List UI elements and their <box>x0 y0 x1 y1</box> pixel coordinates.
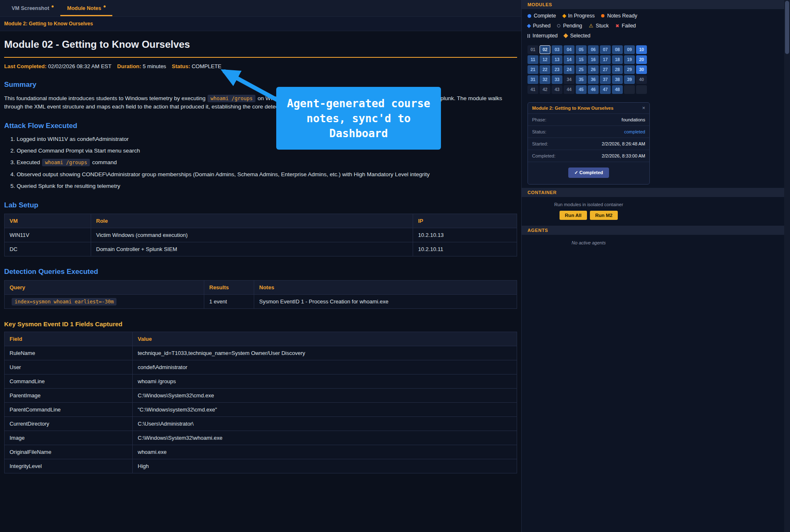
legend-selected: Selected <box>564 33 590 39</box>
legend-pending: Pending <box>557 23 582 29</box>
module-cell-24[interactable]: 24 <box>564 65 575 74</box>
container-hint: Run modules in isolated container <box>522 202 656 207</box>
module-cell-12[interactable]: 12 <box>540 55 550 64</box>
module-cell-21[interactable]: 21 <box>527 65 538 74</box>
module-cell-32[interactable]: 32 <box>540 75 550 84</box>
module-cell-34[interactable]: 34 <box>564 75 575 84</box>
module-cell-02[interactable]: 02 <box>540 45 550 54</box>
module-cell-03[interactable]: 03 <box>552 45 562 54</box>
query-code: index=sysmon whoami earliest=-30m <box>12 298 116 305</box>
column-header: Notes <box>254 281 517 295</box>
module-cell-13[interactable]: 13 <box>552 55 562 64</box>
close-icon[interactable]: × <box>642 106 645 110</box>
table-cell: Victim Windows (command execution) <box>91 228 413 242</box>
module-cell-16[interactable]: 16 <box>588 55 599 64</box>
module-cell-22[interactable]: 22 <box>540 65 550 74</box>
lab-setup-heading: Lab Setup <box>4 201 517 209</box>
module-cell-29[interactable]: 29 <box>624 65 635 74</box>
module-cell-11[interactable]: 11 <box>527 55 538 64</box>
module-cell-39[interactable]: 39 <box>624 75 635 84</box>
table-cell: CurrentDirectory <box>5 417 133 431</box>
pending-icon <box>557 24 560 27</box>
duration-value: 5 minutes <box>143 63 166 69</box>
table-cell: 10.2.10.11 <box>413 242 517 256</box>
module-cell-35[interactable]: 35 <box>576 75 587 84</box>
table-cell: C:\Windows\System32\cmd.exe <box>133 389 517 403</box>
module-cell-38[interactable]: 38 <box>612 75 623 84</box>
module-cell-08[interactable]: 08 <box>612 45 623 54</box>
module-cell-01[interactable]: 01 <box>527 45 538 54</box>
module-cell-44[interactable]: 44 <box>564 85 575 94</box>
column-header: IP <box>413 214 517 228</box>
tab-module-notes[interactable]: Module Notes <box>60 0 112 16</box>
module-cell-41[interactable]: 41 <box>527 85 538 94</box>
tab-vm-screenshot[interactable]: VM Screenshot <box>5 0 60 16</box>
module-cell-18[interactable]: 18 <box>612 55 623 64</box>
run-m2-button[interactable]: Run M2 <box>590 211 618 220</box>
module-cell-48[interactable]: 48 <box>612 85 623 94</box>
table-cell: ParentCommandLine <box>5 403 133 417</box>
detail-row: Completed:2/2/2026, 8:33:00 AM <box>528 150 649 162</box>
table-row: CommandLinewhoami /groups <box>5 374 517 389</box>
table-cell: OriginalFileName <box>5 445 133 459</box>
table-cell: Image <box>5 431 133 445</box>
module-cell-14[interactable]: 14 <box>564 55 575 64</box>
module-cell-19[interactable]: 19 <box>624 55 635 64</box>
module-cell-23[interactable]: 23 <box>552 65 562 74</box>
legend-row: CompleteIn ProgressNotes Ready <box>527 13 650 19</box>
module-cell-27[interactable]: 27 <box>600 65 611 74</box>
module-cell-04[interactable]: 04 <box>564 45 575 54</box>
module-cell-10[interactable]: 10 <box>636 45 647 54</box>
module-cell-07[interactable]: 07 <box>600 45 611 54</box>
module-cell-17[interactable]: 17 <box>600 55 611 64</box>
module-detail-header: Module 2: Getting to Know Ourselves × <box>528 103 649 113</box>
table-row: index=sysmon whoami earliest=-30m1 event… <box>5 295 517 309</box>
completed-status-button[interactable]: ✓ Completed <box>568 167 609 178</box>
complete-icon <box>527 14 531 18</box>
module-cell-31[interactable]: 31 <box>527 75 538 84</box>
module-cell-05[interactable]: 05 <box>576 45 587 54</box>
table-row: OriginalFileNamewhoami.exe <box>5 445 517 459</box>
module-detail-rows: Phase:foundationsStatus:completedStarted… <box>528 113 649 162</box>
legend-label: In Progress <box>568 13 595 19</box>
detection-table: QueryResultsNotesindex=sysmon whoami ear… <box>4 280 517 309</box>
run-all-button[interactable]: Run All <box>560 211 587 220</box>
table-cell: RuleName <box>5 346 133 360</box>
module-cell-45[interactable]: 45 <box>576 85 587 94</box>
module-cell-20[interactable]: 20 <box>636 55 647 64</box>
scrollbar-thumb[interactable] <box>785 1 789 54</box>
module-cell-25[interactable]: 25 <box>576 65 587 74</box>
table-row: IntegrityLevelHigh <box>5 459 517 473</box>
callout-line: Agent-generated course <box>287 96 430 111</box>
detail-label: Phase: <box>532 117 546 122</box>
detail-row: Status:completed <box>528 126 649 138</box>
module-cell-36[interactable]: 36 <box>588 75 599 84</box>
module-cell-42[interactable]: 42 <box>540 85 550 94</box>
callout-line: Dashboard <box>329 126 388 141</box>
module-cell-09[interactable]: 09 <box>624 45 635 54</box>
breadcrumb: Module 2: Getting to Know Ourselves <box>0 17 521 31</box>
last-completed-value: 02/02/2026 08:32 AM EST <box>48 63 111 69</box>
module-cell-46[interactable]: 46 <box>588 85 599 94</box>
module-cell-empty <box>636 85 647 94</box>
module-cell-33[interactable]: 33 <box>552 75 562 84</box>
module-cell-26[interactable]: 26 <box>588 65 599 74</box>
module-cell-37[interactable]: 37 <box>600 75 611 84</box>
module-cell-47[interactable]: 47 <box>600 85 611 94</box>
table-row: RuleNametechnique_id=T1033,technique_nam… <box>5 346 517 360</box>
table-cell: Domain Controller + Splunk SIEM <box>91 242 413 256</box>
interrupted-icon <box>527 34 528 38</box>
module-cell-28[interactable]: 28 <box>612 65 623 74</box>
module-cell-06[interactable]: 06 <box>588 45 599 54</box>
scrollbar[interactable] <box>784 0 790 532</box>
legend-pushed: Pushed <box>527 23 550 29</box>
attack-step: Opened Command Prompt via Start menu sea… <box>17 147 517 155</box>
results-cell: 1 event <box>204 295 254 309</box>
module-cell-43[interactable]: 43 <box>552 85 562 94</box>
module-cell-15[interactable]: 15 <box>576 55 587 64</box>
module-cell-40[interactable]: 40 <box>636 75 647 84</box>
module-cell-30[interactable]: 30 <box>636 65 647 74</box>
failed-icon <box>615 24 619 28</box>
inline-code: whoami /groups <box>208 95 255 102</box>
legend-interrupted: Interrupted <box>527 33 557 39</box>
